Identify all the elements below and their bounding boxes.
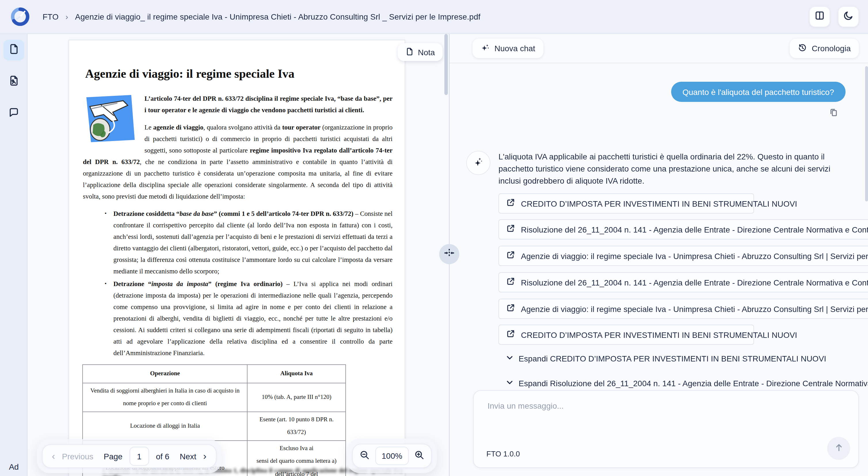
assistant-avatar [466,151,490,175]
pane-resize-handle[interactable] [439,244,459,264]
columns-icon [814,10,825,23]
pdf-viewer-pane: Agenzie di viaggio: il regime speciale I… [28,34,449,476]
split-view-button[interactable] [809,6,830,27]
zoom-level-value[interactable]: 100% [375,447,409,465]
history-label: Cronologia [812,44,851,53]
table-row: Vendita di soggiorni alberghieri in Ital… [83,383,346,412]
pdf-bullet-list: Detrazione cosiddetta “base da base” (co… [83,208,393,358]
app-root: FTO › Agenzie di viaggio_ il regime spec… [0,0,868,476]
source-link[interactable]: CREDITO D’IMPOSTA PER INVESTIMENTI IN BE… [498,193,754,214]
zoom-controls: 100% [352,444,432,468]
file-icon [8,43,19,57]
assistant-sparkle-icon [472,156,484,170]
breadcrumb: FTO › Agenzie di viaggio_ il regime spec… [42,12,809,21]
chevron-right-icon[interactable]: › [203,451,206,461]
pdf-scrollbar-thumb[interactable] [444,34,448,95]
copy-message-button[interactable] [829,108,838,117]
table-row: Locazione di alloggi in Italia Esente (a… [83,412,346,440]
message-composer: FTO 1.0.0 [473,390,859,468]
moon-icon [843,10,854,23]
chat-scrollbar-thumb[interactable] [865,66,868,201]
chat-header: Nuova chat Cronologia [450,34,868,63]
history-icon [798,43,807,54]
chat-pane: Nuova chat Cronologia Quanto è l'aliquot… [450,34,868,476]
expander-label: Espandi CREDITO D’IMPOSTA PER INVESTIMEN… [519,354,826,363]
page-navigation: ‹ Previous Page 1 of 6 Next › [42,444,216,468]
cell-aliquota: 10% (tab. A, parte III n°120) [248,383,346,412]
breadcrumb-separator-icon: › [66,12,68,21]
note-file-icon [405,47,414,57]
source-link-label: Agenzie di viaggio: il regime speciale I… [521,304,868,313]
app-version: FTO 1.0.0 [486,449,520,458]
nota-button[interactable]: Nota [398,43,442,61]
cell-aliquota: Esente (art. 10 punto 8 DPR n. 633/72) [248,412,346,440]
dark-mode-button[interactable] [838,6,859,27]
topbar: FTO › Agenzie di viaggio_ il regime spec… [0,0,868,34]
expander-row[interactable]: Espandi CREDITO D’IMPOSTA PER INVESTIMEN… [506,354,826,363]
page-label: Page [103,451,122,461]
expander-label: Espandi Risoluzione del 26_11_2004 n. 14… [519,379,868,388]
nota-button-label: Nota [418,47,435,57]
pdf-page: Agenzie di viaggio: il regime speciale I… [68,40,405,476]
pdf-bullet-imposta-da-imposta: Detrazione “imposta da imposta” (regime … [106,278,393,358]
airplane-globe-clipart [83,95,137,142]
source-link-label: Risoluzione del 26_11_2004 n. 141 - Agen… [521,225,868,234]
pdf-document-title: Agenzie di viaggio: il regime speciale I… [85,67,393,81]
chevron-down-icon [506,379,514,388]
sidebar-item-media[interactable] [3,71,24,92]
source-link[interactable]: Agenzie di viaggio: il regime speciale I… [498,299,868,319]
message-input[interactable] [486,400,809,436]
sidebar-item-chat[interactable] [3,103,24,124]
source-link-label: Agenzie di viaggio: il regime speciale I… [521,251,868,260]
cell-operazione: Locazione di alloggi in Italia [83,412,248,440]
sparkle-icon [480,43,490,54]
page-total: of 6 [156,451,169,461]
history-button[interactable]: Cronologia [790,38,859,58]
external-link-icon [506,277,515,288]
source-link-label: CREDITO D’IMPOSTA PER INVESTIMENTI IN BE… [521,199,797,208]
external-link-icon [506,250,515,261]
file-image-icon [8,75,19,89]
external-link-icon [506,329,515,340]
sidebar-item-document[interactable] [3,40,24,60]
new-chat-label: Nuova chat [494,44,535,53]
source-link[interactable]: Agenzie di viaggio: il regime speciale I… [498,246,868,266]
table-header-operazione: Operazione [83,364,248,383]
zoom-out-button[interactable] [360,450,370,462]
pdf-bullet-base-da-base: Detrazione cosiddetta “base da base” (co… [106,208,393,277]
arrow-up-icon [834,442,843,454]
source-link[interactable]: CREDITO D’IMPOSTA PER INVESTIMENTI IN BE… [498,325,754,345]
breadcrumb-filename: Agenzie di viaggio_ il regime speciale I… [75,12,480,21]
collapse-arrows-icon [444,248,455,261]
external-link-icon [506,198,515,209]
new-chat-button[interactable]: Nuova chat [472,38,544,58]
source-link-label: Risoluzione del 26_11_2004 n. 141 - Agen… [521,278,868,287]
table-header-aliquota: Aliquota Iva [248,364,346,383]
external-link-icon [506,303,515,314]
breadcrumb-root[interactable]: FTO [42,12,59,21]
expander-row[interactable]: Espandi Risoluzione del 26_11_2004 n. 14… [506,379,868,388]
assistant-message: L'aliquota IVA applicabile ai pacchetti … [498,151,838,187]
source-link[interactable]: Risoluzione del 26_11_2004 n. 141 - Agen… [498,272,868,292]
chat-bubble-icon [8,106,19,120]
send-button[interactable] [827,437,850,460]
cell-operazione: Vendita di soggiorni alberghieri in Ital… [83,383,248,412]
sidebar: Ad [0,34,28,476]
topbar-actions [809,6,859,27]
next-button[interactable]: Next [180,451,196,461]
app-logo-icon [10,7,30,27]
table-header-row: Operazione Aliquota Iva [83,364,346,383]
user-message-bubble: Quanto è l'aliquota del pacchetto turist… [671,82,845,102]
external-link-icon [506,224,515,235]
source-link-label: CREDITO D’IMPOSTA PER INVESTIMENTI IN BE… [521,330,797,339]
page-number-input[interactable]: 1 [129,447,149,466]
chevron-down-icon [506,354,514,363]
zoom-container: 100% [347,439,437,473]
previous-button[interactable]: Previous [62,451,93,461]
chevron-left-icon[interactable]: ‹ [52,451,55,461]
pager-container: ‹ Previous Page 1 of 6 Next › [37,439,221,473]
zoom-in-button[interactable] [414,450,424,462]
source-link[interactable]: Risoluzione del 26_11_2004 n. 141 - Agen… [498,219,868,240]
copy-icon [829,109,838,119]
ad-label: Ad [0,462,28,471]
